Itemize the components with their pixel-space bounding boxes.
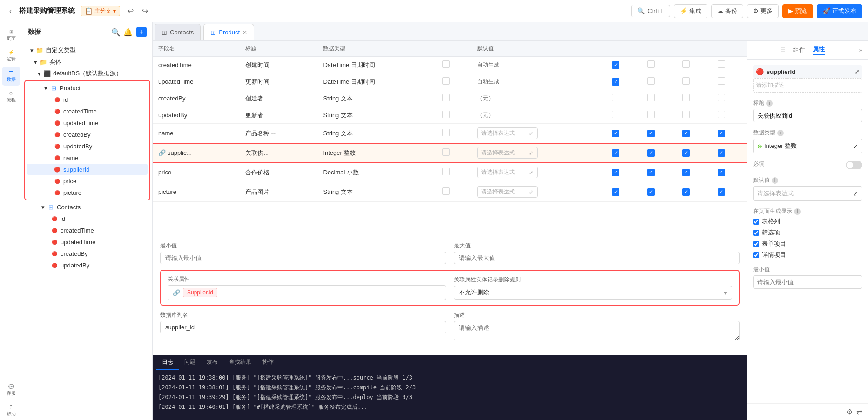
tree-item-contacts-createdTime[interactable]: 🔴 createdTime [24, 225, 150, 236]
tree-item-contacts-updatedBy[interactable]: 🔴 updatedBy [24, 260, 150, 271]
field-c1[interactable]: ✓ [606, 143, 641, 163]
tree-item-product-price[interactable]: 🔴 price [27, 175, 148, 187]
field-check[interactable] [437, 73, 471, 90]
redo-button[interactable]: ↪ [138, 5, 152, 17]
tree-item-contacts[interactable]: ▾ ⊞ Contacts [24, 201, 150, 213]
field-check[interactable] [437, 182, 471, 202]
field-c3[interactable]: ✓ [677, 182, 712, 202]
delete-rule-select[interactable]: 不允许删除 ▾ [454, 286, 733, 300]
info-icon[interactable]: i [766, 100, 773, 107]
field-c4[interactable] [712, 90, 747, 107]
tree-item-product-id[interactable]: 🔴 id [27, 94, 148, 105]
required-toggle[interactable] [846, 161, 862, 169]
bottom-tab-find[interactable]: 查找结果 [223, 355, 257, 370]
prop-min-input[interactable] [753, 275, 862, 289]
info-icon[interactable]: i [777, 130, 784, 136]
assoc-value-field[interactable]: 🔗 Supplier.id [168, 285, 446, 300]
search-icon[interactable]: 🔍 [111, 28, 121, 37]
info-icon[interactable]: i [772, 177, 778, 184]
field-c1[interactable] [606, 107, 641, 124]
tree-item-product-createdBy[interactable]: 🔴 createdBy [27, 129, 148, 140]
prop-description[interactable]: 请添加描述 [753, 78, 862, 93]
field-check[interactable] [437, 143, 471, 163]
field-check[interactable] [437, 163, 471, 182]
bottom-tab-collab[interactable]: 协作 [257, 355, 279, 370]
nav-help[interactable]: ? 帮助 [2, 401, 20, 420]
tree-item-product-supplierId[interactable]: 🔴 supplierId [27, 164, 148, 175]
prop-title-input[interactable] [753, 109, 862, 122]
table-col-checkbox[interactable] [753, 219, 759, 225]
nav-flow[interactable]: ⟳ 流程 [2, 87, 20, 106]
field-c3[interactable] [677, 57, 712, 73]
bell-icon[interactable]: 🔔 [123, 28, 133, 37]
field-default[interactable]: 请选择表达式 ⤢ [471, 124, 606, 143]
expand-panel-icon[interactable]: » [859, 47, 862, 53]
nav-service[interactable]: 💬 客服 [2, 381, 20, 400]
field-c2[interactable] [642, 107, 677, 124]
bottom-tab-log[interactable]: 日志 [156, 355, 179, 370]
field-c3[interactable] [677, 107, 712, 124]
field-c4[interactable]: ✓ [712, 163, 747, 182]
props-tab-component[interactable]: 组件 [793, 46, 805, 55]
back-button[interactable]: ‹ [6, 5, 15, 17]
field-c2[interactable] [642, 73, 677, 90]
desc-textarea[interactable] [454, 321, 740, 340]
backup-button[interactable]: ☁ 备份 [711, 4, 743, 18]
form-item-checkbox[interactable] [753, 241, 759, 247]
field-c4[interactable] [712, 73, 747, 90]
tree-item-defaultds[interactable]: ▾ ⬛ defaultDS（默认数据源） [24, 68, 150, 79]
field-default[interactable]: 请选择表达式 ⤢ [471, 163, 606, 182]
field-c4[interactable] [712, 107, 747, 124]
min-input[interactable] [160, 252, 446, 264]
layout-icon[interactable]: ☰ [780, 47, 786, 53]
field-c4[interactable] [712, 57, 747, 73]
field-check[interactable] [437, 124, 471, 143]
tree-item-product-name[interactable]: 🔴 name [27, 152, 148, 163]
exchange-icon[interactable]: ⇄ [856, 407, 862, 416]
tree-item-entity[interactable]: ▾ 📁 实体 [24, 56, 150, 67]
db-col-input[interactable] [160, 321, 446, 333]
preview-button[interactable]: ▶ 预览 [782, 4, 813, 18]
nav-data[interactable]: ☰ 数据 [2, 67, 20, 86]
prop-default-select[interactable]: 请选择表达式 ⤢ [753, 186, 862, 201]
nav-page[interactable]: ⊞ 页面 [2, 26, 20, 45]
publish-button[interactable]: 🚀 正式发布 [817, 4, 862, 18]
props-tab-attributes[interactable]: 属性 [813, 45, 825, 55]
tree-item-product-createdTime[interactable]: 🔴 createdTime [27, 106, 148, 117]
info-icon[interactable]: i [794, 208, 801, 215]
field-check[interactable] [437, 107, 471, 124]
filter-checkbox[interactable] [753, 230, 759, 236]
expand-icon[interactable]: ⤢ [855, 68, 860, 75]
integrate-button[interactable]: ⚡ 集成 [674, 4, 707, 18]
field-c3[interactable]: ✓ [677, 143, 712, 163]
field-c2[interactable] [642, 57, 677, 73]
field-c1[interactable]: ✓ [606, 182, 641, 202]
field-c2[interactable]: ✓ [642, 124, 677, 143]
add-data-button[interactable]: + [136, 27, 147, 37]
tree-item-contacts-createdBy[interactable]: 🔴 createdBy [24, 248, 150, 259]
bottom-tab-issue[interactable]: 问题 [179, 355, 201, 370]
field-c3[interactable]: ✓ [677, 124, 712, 143]
field-c2[interactable] [642, 90, 677, 107]
tab-close-button[interactable]: ✕ [242, 29, 247, 36]
nav-logic[interactable]: ⚡ 逻辑 [2, 47, 20, 65]
field-check[interactable] [437, 57, 471, 73]
prop-type-select[interactable]: ⊕ Integer 整数 ⤢ [753, 139, 862, 153]
more-button[interactable]: ⚙ 更多 [747, 4, 779, 18]
branch-selector[interactable]: 📋 主分支 ▾ [81, 6, 120, 16]
undo-button[interactable]: ↩ [124, 5, 137, 17]
field-c3[interactable]: ✓ [677, 163, 712, 182]
field-c1[interactable] [606, 90, 641, 107]
field-c1[interactable]: ✓ [606, 124, 641, 143]
field-c1[interactable]: ✓ [606, 163, 641, 182]
tab-contacts[interactable]: ⊞ Contacts [155, 24, 201, 40]
tree-item-product-updatedTime[interactable]: 🔴 updatedTime [27, 117, 148, 128]
field-c1[interactable]: ✓ [606, 57, 641, 73]
settings-icon[interactable]: ⚙ [846, 407, 853, 416]
tab-product[interactable]: ⊞ Product ✕ [203, 24, 254, 40]
tree-item-contacts-id[interactable]: 🔴 id [24, 213, 150, 224]
field-c3[interactable] [677, 73, 712, 90]
search-button[interactable]: 🔍 Ctrl+F [631, 5, 670, 17]
detail-item-checkbox[interactable] [753, 252, 759, 258]
field-c2[interactable]: ✓ [642, 163, 677, 182]
